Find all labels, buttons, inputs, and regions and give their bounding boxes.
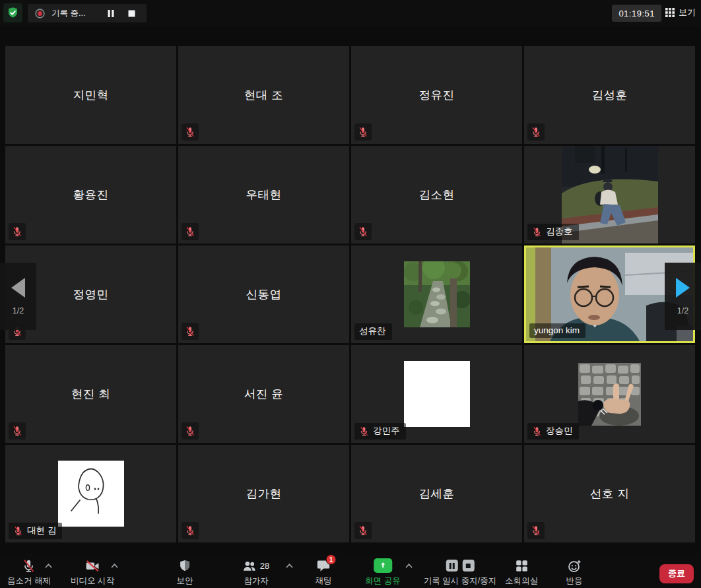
participant-name: 현대 조	[178, 46, 349, 144]
muted-mic-icon	[527, 522, 545, 539]
name-label: 김종호	[527, 224, 579, 240]
zoom-meeting-window: 기록 중... 01:19:51 보기 지민혁 현대 조	[0, 0, 701, 588]
participant-tile[interactable]: 우태현	[178, 146, 349, 244]
participant-tile[interactable]: 황용진	[5, 146, 176, 244]
breakout-rooms-icon	[516, 560, 528, 572]
participant-tile[interactable]: 성유찬	[351, 245, 522, 343]
unmute-options-chevron[interactable]	[45, 563, 52, 568]
view-button[interactable]: 보기	[665, 7, 696, 18]
participant-name: 김가현	[178, 445, 349, 542]
muted-mic-icon	[9, 223, 26, 240]
chat-unread-badge: 1	[326, 554, 337, 565]
participant-tile[interactable]: 선호 지	[524, 445, 695, 542]
participant-tile[interactable]: 현대 조	[178, 46, 349, 144]
participant-tile[interactable]: 김소현	[351, 146, 522, 244]
participants-button[interactable]: 28 참가자	[243, 558, 269, 587]
start-video-label: 비디오 시작	[71, 575, 114, 587]
muted-mic-icon	[527, 123, 545, 141]
breakout-rooms-button[interactable]: 소회의실	[505, 558, 538, 587]
muted-mic-icon	[182, 422, 199, 440]
white-square-avatar	[404, 361, 470, 427]
video-options-chevron[interactable]	[111, 563, 118, 568]
stop-recording-icon[interactable]	[462, 560, 474, 572]
participant-name: 정유진	[351, 46, 522, 144]
recording-stop-button[interactable]	[124, 7, 139, 20]
participant-tile[interactable]: 김종호	[524, 146, 695, 244]
breakout-rooms-label: 소회의실	[505, 575, 538, 587]
muted-mic-icon	[532, 227, 542, 237]
recording-indicator: 기록 중...	[28, 4, 147, 22]
participant-name: 강민주	[373, 425, 400, 437]
security-button[interactable]: 보안	[177, 558, 193, 587]
participants-options-chevron[interactable]	[286, 563, 293, 568]
muted-mic-icon	[182, 223, 199, 240]
muted-mic-icon	[182, 323, 199, 340]
participant-name: 장승민	[546, 425, 573, 437]
name-label: yungon kim	[529, 323, 585, 338]
name-label: 장승민	[527, 423, 579, 440]
muted-mic-icon	[13, 526, 23, 536]
pause-recording-icon[interactable]	[446, 560, 457, 572]
muted-mic-icon	[354, 223, 372, 240]
muted-mic-icon	[182, 123, 199, 141]
arrow-left-icon	[11, 278, 25, 298]
participant-name: 선호 지	[524, 445, 695, 542]
meeting-timer: 01:19:51	[612, 5, 661, 22]
reactions-smiley-icon	[568, 560, 581, 572]
recording-pause-stop-button[interactable]: 기록 일시 중지/중지	[424, 558, 496, 587]
page-indicator: 1/2	[677, 306, 688, 315]
camera-off-icon	[85, 559, 100, 573]
participant-tile[interactable]: 현진 최	[5, 345, 176, 443]
name-label: 강민주	[354, 423, 406, 440]
chat-button[interactable]: 1 채팅	[316, 558, 332, 587]
top-bar: 기록 중... 01:19:51 보기	[0, 0, 701, 26]
share-options-chevron[interactable]	[405, 563, 413, 568]
forest-path-photo	[404, 261, 470, 327]
hand-photo	[578, 363, 641, 426]
participant-name: yungon kim	[534, 325, 580, 335]
participant-name: 신동엽	[178, 245, 349, 343]
participant-tile[interactable]: 김세훈	[351, 445, 522, 542]
participant-tile[interactable]: 서진 윤	[178, 345, 349, 443]
participant-tile[interactable]: 대현 김	[5, 445, 176, 542]
gallery-next-button[interactable]: 1/2	[665, 263, 701, 330]
recording-pause-button[interactable]	[104, 7, 118, 20]
doodle-drawing	[58, 461, 124, 527]
meeting-toolbar: 음소거 해제 비디오 시작 보안 28 참가자 1 채팅	[0, 554, 701, 588]
participant-tile[interactable]: 장승민	[524, 345, 695, 443]
participant-name: 성유찬	[359, 325, 386, 337]
participant-name: 김소현	[351, 146, 522, 244]
participant-tile[interactable]: 김가현	[178, 445, 349, 542]
recording-control-label: 기록 일시 중지/중지	[424, 575, 496, 587]
share-screen-label: 화면 공유	[365, 575, 400, 587]
reactions-label: 반응	[566, 575, 583, 587]
muted-mic-icon	[354, 522, 372, 539]
participant-tile[interactable]: 강민주	[351, 345, 522, 443]
gallery-view: 지민혁 현대 조 정유진 김성훈 황용진 우태현 김소현	[5, 46, 695, 542]
participant-tile[interactable]: 김성훈	[524, 46, 695, 144]
reactions-button[interactable]: 반응	[566, 558, 583, 587]
participant-tile[interactable]: 정유진	[351, 46, 522, 144]
start-video-button[interactable]: 비디오 시작	[71, 558, 114, 587]
muted-mic-icon	[9, 422, 26, 440]
participant-name: 서진 윤	[178, 345, 349, 443]
share-screen-icon	[374, 558, 392, 573]
participant-tile[interactable]: 신동엽	[178, 245, 349, 343]
muted-mic-icon	[532, 426, 542, 436]
view-button-label: 보기	[679, 7, 696, 18]
participant-name: 김세훈	[351, 445, 522, 542]
share-screen-button[interactable]: 화면 공유	[365, 558, 400, 587]
meeting-info-shield-button[interactable]	[3, 3, 22, 22]
participant-tile[interactable]: 지민혁	[5, 46, 176, 144]
participants-icon	[243, 560, 257, 572]
gallery-prev-button[interactable]: 1/2	[0, 263, 36, 330]
chat-label: 채팅	[316, 575, 332, 587]
mic-muted-icon	[22, 559, 36, 573]
gallery-grid-icon	[665, 8, 675, 17]
participant-name: 대현 김	[27, 525, 56, 537]
muted-mic-icon	[354, 123, 372, 141]
page-indicator: 1/2	[13, 306, 24, 315]
participant-name: 지민혁	[5, 46, 176, 144]
end-meeting-button[interactable]: 종료	[659, 564, 694, 583]
pause-icon	[107, 9, 115, 18]
